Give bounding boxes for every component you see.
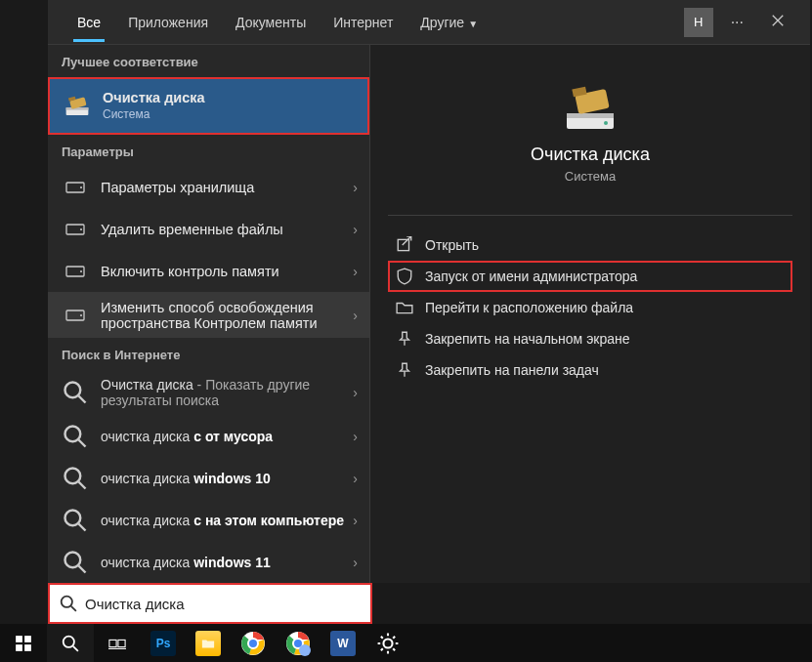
svg-point-34 xyxy=(64,636,74,646)
web-item[interactable]: очистка диска c от мусора › xyxy=(48,416,369,458)
search-icon xyxy=(62,423,89,450)
settings-item-free-space[interactable]: Изменить способ освобождения пространств… xyxy=(48,292,369,338)
best-match-title: Очистка диска xyxy=(103,90,354,105)
chevron-right-icon: › xyxy=(353,555,358,570)
settings-item-label: Изменить способ освобождения пространств… xyxy=(101,300,356,331)
svg-line-13 xyxy=(79,396,86,403)
settings-item-label: Включить контроль памяти xyxy=(101,264,356,279)
svg-point-9 xyxy=(80,270,82,272)
detail-title: Очистка диска xyxy=(531,145,650,165)
settings-item-storage[interactable]: Параметры хранилища › xyxy=(48,167,369,209)
best-match-item[interactable]: Очистка диска Система xyxy=(48,77,369,135)
start-button[interactable] xyxy=(0,624,47,662)
chevron-right-icon: › xyxy=(353,385,358,400)
taskbar-app-explorer[interactable] xyxy=(188,627,229,660)
action-label: Закрепить на панели задач xyxy=(425,362,599,378)
action-list: Открыть Запуск от имени администратора П… xyxy=(370,229,810,386)
svg-point-16 xyxy=(65,468,81,483)
tab-web[interactable]: Интернет xyxy=(320,3,406,42)
section-settings: Параметры xyxy=(48,135,369,167)
settings-item-memory[interactable]: Включить контроль памяти › xyxy=(48,250,369,292)
svg-point-5 xyxy=(80,186,82,188)
tab-all[interactable]: Все xyxy=(64,3,114,42)
web-item[interactable]: очистка диска windows 10 › xyxy=(48,457,369,499)
svg-line-29 xyxy=(71,606,76,611)
taskbar-app-chrome-profile[interactable] xyxy=(278,627,319,660)
chevron-right-icon: › xyxy=(353,429,358,444)
user-avatar[interactable]: Н xyxy=(684,8,713,37)
action-pin-taskbar[interactable]: Закрепить на панели задач xyxy=(388,354,792,386)
search-input[interactable] xyxy=(85,596,361,612)
svg-point-18 xyxy=(65,510,81,525)
action-pin-start[interactable]: Закрепить на начальном экране xyxy=(388,323,792,354)
taskbar-app-settings[interactable] xyxy=(367,627,408,660)
open-icon xyxy=(396,236,413,254)
taskbar-app-word[interactable]: W xyxy=(322,627,363,660)
disk-cleanup-hero-icon xyxy=(561,82,620,133)
tab-other[interactable]: Другие▼ xyxy=(406,3,491,42)
svg-point-47 xyxy=(383,639,392,647)
chevron-right-icon: › xyxy=(353,222,358,237)
task-view-button[interactable] xyxy=(94,624,141,662)
svg-rect-1 xyxy=(66,107,89,110)
search-panel: Все Приложения Документы Интернет Другие… xyxy=(48,0,810,583)
storage-icon xyxy=(62,302,89,329)
more-button[interactable]: ··· xyxy=(721,8,753,37)
svg-rect-27 xyxy=(398,239,408,250)
taskbar-search-button[interactable] xyxy=(47,624,94,662)
search-icon xyxy=(60,595,77,612)
svg-line-19 xyxy=(79,523,86,530)
svg-line-17 xyxy=(79,481,86,488)
chevron-right-icon: › xyxy=(353,308,358,323)
action-open-location[interactable]: Перейти к расположению файла xyxy=(388,292,792,323)
storage-icon xyxy=(62,258,89,285)
svg-point-11 xyxy=(80,314,82,316)
search-icon xyxy=(62,549,89,576)
section-web-search: Поиск в Интернете xyxy=(48,338,369,370)
web-item-more-results[interactable]: Очистка диска - Показать другие результа… xyxy=(48,370,369,416)
action-label: Закрепить на начальном экране xyxy=(425,331,630,347)
storage-icon xyxy=(62,216,89,243)
svg-rect-33 xyxy=(24,644,31,651)
chevron-down-icon: ▼ xyxy=(468,19,478,29)
action-run-as-admin[interactable]: Запуск от имени администратора xyxy=(388,261,792,292)
disk-cleanup-icon xyxy=(64,92,91,119)
svg-point-20 xyxy=(65,552,81,567)
results-column: Лучшее соответствие Очистка диска Систем… xyxy=(48,45,369,583)
search-icon xyxy=(62,379,89,406)
svg-line-15 xyxy=(79,440,86,447)
tab-docs[interactable]: Документы xyxy=(222,3,320,42)
settings-item-temp[interactable]: Удалить временные файлы › xyxy=(48,209,369,251)
svg-rect-30 xyxy=(16,636,22,642)
search-icon xyxy=(62,507,89,534)
taskbar-app-photoshop[interactable]: Ps xyxy=(143,627,184,660)
tab-apps[interactable]: Приложения xyxy=(114,3,222,42)
svg-line-21 xyxy=(79,565,86,572)
svg-rect-37 xyxy=(118,640,125,646)
web-item[interactable]: очистка диска windows 11 › xyxy=(48,541,369,583)
action-label: Открыть xyxy=(425,237,479,253)
section-best-match: Лучшее соответствие xyxy=(48,45,369,77)
web-item[interactable]: очистка диска c на этом компьютере › xyxy=(48,499,369,541)
close-button[interactable] xyxy=(761,8,794,37)
svg-point-24 xyxy=(604,121,608,125)
detail-subtitle: Система xyxy=(565,169,616,184)
action-open[interactable]: Открыть xyxy=(388,229,792,261)
pin-icon xyxy=(396,361,413,379)
search-icon xyxy=(62,465,89,492)
action-label: Запуск от имени администратора xyxy=(425,269,637,284)
chevron-right-icon: › xyxy=(353,513,358,528)
svg-rect-36 xyxy=(109,640,116,646)
search-box[interactable] xyxy=(48,583,372,624)
svg-point-14 xyxy=(65,427,81,442)
svg-point-12 xyxy=(65,383,81,398)
svg-line-35 xyxy=(73,645,78,650)
svg-rect-23 xyxy=(567,113,614,118)
chevron-right-icon: › xyxy=(353,264,358,279)
svg-rect-31 xyxy=(24,636,31,642)
storage-icon xyxy=(62,174,89,201)
pin-icon xyxy=(396,330,413,348)
shield-icon xyxy=(396,268,413,285)
svg-point-28 xyxy=(62,597,72,607)
taskbar-app-chrome[interactable] xyxy=(233,627,274,660)
